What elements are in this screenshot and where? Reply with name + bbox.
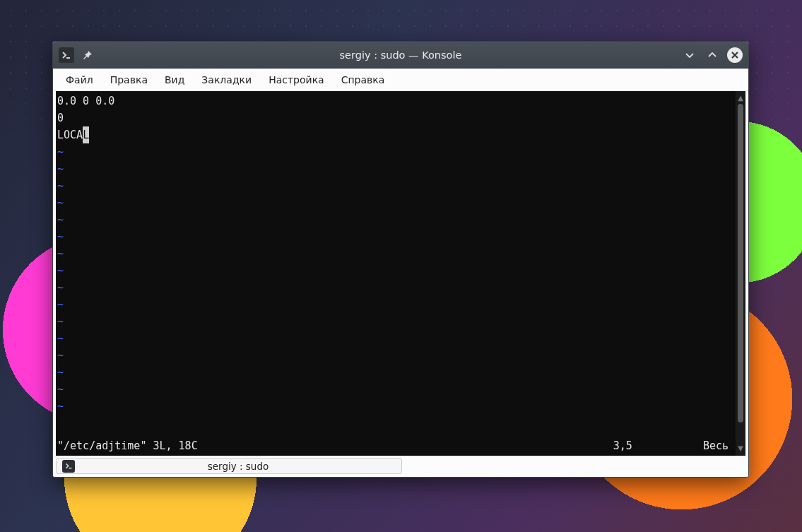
terminal-line: LOCAL bbox=[57, 126, 734, 143]
vim-empty-line: ~ bbox=[57, 228, 734, 245]
close-button[interactable] bbox=[727, 47, 743, 63]
vim-empty-line: ~ bbox=[57, 398, 734, 415]
vim-empty-line: ~ bbox=[57, 194, 734, 211]
statusline-file: "/etc/adjtime" 3L, 18C bbox=[57, 437, 198, 454]
vim-empty-line: ~ bbox=[57, 279, 734, 296]
statusline-position: 3,5 bbox=[613, 437, 703, 454]
tab-session[interactable]: sergiy : sudo bbox=[56, 458, 402, 474]
terminal-line: 0 bbox=[57, 110, 734, 126]
app-icon bbox=[59, 47, 74, 63]
statusline-percent: Весь bbox=[703, 437, 734, 454]
vim-empty-line: ~ bbox=[57, 313, 734, 330]
terminal-scrollbar[interactable]: ▲ ▼ bbox=[736, 91, 745, 456]
pin-icon[interactable] bbox=[80, 47, 95, 63]
vim-empty-line: ~ bbox=[57, 211, 734, 228]
tab-bar: sergiy : sudo bbox=[53, 456, 748, 477]
terminal-line: 0.0 0 0.0 bbox=[57, 93, 734, 110]
terminal[interactable]: 0.0 0 0.00LOCAL~~~~~~~~~~~~~~~~ "/etc/ad… bbox=[56, 91, 736, 456]
maximize-button[interactable] bbox=[704, 47, 720, 63]
svg-rect-1 bbox=[69, 468, 71, 469]
menu-file[interactable]: Файл bbox=[57, 71, 102, 89]
terminal-wrapper: 0.0 0 0.00LOCAL~~~~~~~~~~~~~~~~ "/etc/ad… bbox=[53, 91, 748, 456]
tab-label: sergiy : sudo bbox=[81, 461, 396, 472]
vim-empty-line: ~ bbox=[57, 296, 734, 313]
menubar: Файл Правка Вид Закладки Настройка Справ… bbox=[53, 69, 748, 91]
menu-view[interactable]: Вид bbox=[156, 71, 193, 89]
vim-empty-line: ~ bbox=[57, 347, 734, 364]
svg-rect-0 bbox=[66, 57, 70, 59]
scrollbar-track[interactable] bbox=[738, 104, 743, 443]
menu-bookmarks[interactable]: Закладки bbox=[193, 71, 260, 89]
scrollbar-down-icon[interactable]: ▼ bbox=[738, 444, 743, 453]
vim-empty-line: ~ bbox=[57, 364, 734, 381]
vim-empty-line: ~ bbox=[57, 160, 734, 177]
menu-help[interactable]: Справка bbox=[333, 71, 394, 89]
vim-empty-line: ~ bbox=[57, 143, 734, 160]
vim-empty-line: ~ bbox=[57, 262, 734, 279]
menu-edit[interactable]: Правка bbox=[102, 71, 156, 89]
vim-statusline: "/etc/adjtime" 3L, 18C 3,5 Весь bbox=[57, 437, 734, 454]
vim-empty-line: ~ bbox=[57, 330, 734, 347]
vim-empty-line: ~ bbox=[57, 177, 734, 194]
konsole-window: sergiy : sudo — Konsole Файл Правка Вид … bbox=[52, 41, 749, 478]
scrollbar-up-icon[interactable]: ▲ bbox=[738, 94, 743, 102]
desktop-background: sergiy : sudo — Konsole Файл Правка Вид … bbox=[0, 0, 802, 532]
minimize-button[interactable] bbox=[682, 47, 697, 63]
vim-empty-line: ~ bbox=[57, 245, 734, 262]
vim-empty-line: ~ bbox=[57, 381, 734, 398]
tab-app-icon bbox=[62, 460, 75, 473]
window-title: sergiy : sudo — Konsole bbox=[53, 49, 748, 61]
titlebar[interactable]: sergiy : sudo — Konsole bbox=[53, 42, 748, 69]
menu-settings[interactable]: Настройка bbox=[260, 71, 333, 89]
scrollbar-thumb[interactable] bbox=[738, 104, 743, 422]
terminal-cursor: L bbox=[83, 126, 89, 143]
